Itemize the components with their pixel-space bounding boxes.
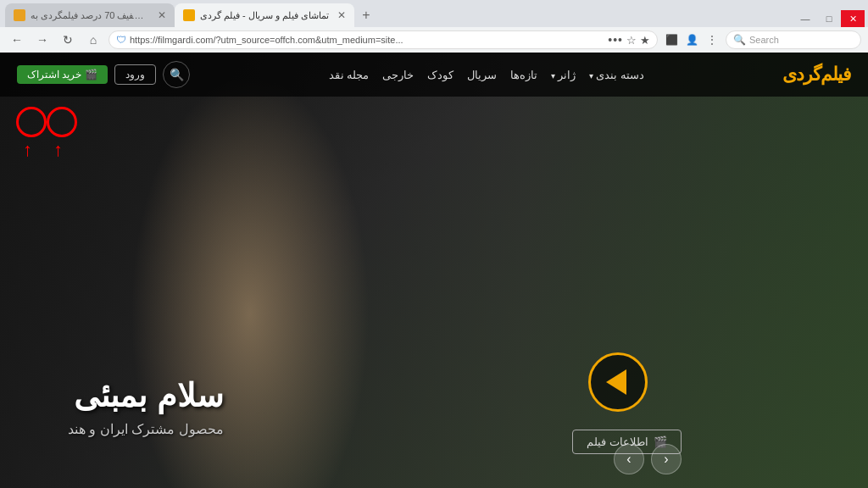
tab1-favicon	[14, 9, 25, 21]
home-button[interactable]: ⌂	[83, 30, 103, 50]
url-text: https://filmgardi.com/?utm_source=offch.…	[130, 35, 604, 45]
subscribe-icon: 🎬	[85, 69, 97, 80]
annotation-circle-login	[16, 107, 47, 137]
nav-categories[interactable]: دسته بندی	[589, 69, 643, 81]
subscribe-label: خرید اشتراک	[27, 69, 81, 80]
maximize-button[interactable]: □	[817, 10, 841, 27]
star-icon[interactable]: ★	[640, 34, 650, 47]
play-icon	[606, 369, 626, 395]
next-button[interactable]: ›	[614, 444, 644, 474]
tab-bar: کد تخفیف 70 درصد فیلمگردی به ✕ تماشای فی…	[0, 0, 868, 27]
header-actions: 🔍 ورود 🎬 خرید اشتراک	[17, 61, 190, 88]
tab-1[interactable]: کد تخفیف 70 درصد فیلمگردی به ✕	[5, 3, 175, 27]
browser-chrome: کد تخفیف 70 درصد فیلمگردی به ✕ تماشای فی…	[0, 0, 868, 53]
prev-button[interactable]: ‹	[651, 444, 682, 474]
tab2-favicon	[183, 9, 195, 21]
address-menu-icon[interactable]: •••	[608, 33, 623, 47]
new-tab-button[interactable]: +	[354, 3, 378, 27]
tab2-label: تماشای فیلم و سریال - فیلم گردی	[200, 10, 329, 21]
address-bar[interactable]: 🛡 https://filmgardi.com/?utm_source=offc…	[108, 30, 658, 49]
tab2-close[interactable]: ✕	[337, 9, 346, 21]
main-nav: دسته بندی ژانر تازه‌ها سریال کودک خارجی …	[190, 69, 782, 81]
annotation-arrow-2: ↑	[53, 139, 63, 161]
browser-toolbar-icons: ⬛ 👤 ⋮	[663, 31, 721, 48]
menu-icon[interactable]: ⋮	[704, 31, 721, 48]
tab-2[interactable]: تماشای فیلم و سریال - فیلم گردی ✕	[175, 3, 354, 27]
hero-title: سلام بمبئی	[68, 377, 224, 414]
search-icon: 🔍	[733, 34, 746, 46]
search-bar[interactable]: 🔍 Search	[726, 30, 861, 49]
hero-content: سلام بمبئی محصول مشترک ایران و هند	[68, 377, 224, 437]
search-input[interactable]: Search	[749, 35, 779, 45]
forward-button[interactable]: →	[32, 30, 53, 50]
carousel-nav: ‹ ›	[614, 444, 682, 474]
nav-foreign[interactable]: خارجی	[382, 69, 414, 81]
nav-genre[interactable]: ژانر	[551, 69, 576, 81]
annotation-arrow-1: ↑	[23, 139, 32, 161]
play-button[interactable]	[588, 352, 648, 412]
profile-icon[interactable]: 👤	[683, 31, 700, 48]
nav-serial[interactable]: سریال	[467, 69, 497, 81]
nav-new[interactable]: تازه‌ها	[510, 69, 537, 81]
site-search-button[interactable]: 🔍	[163, 61, 190, 88]
nav-kids[interactable]: کودک	[427, 69, 453, 81]
back-button[interactable]: ←	[7, 30, 27, 50]
minimize-button[interactable]: —	[793, 10, 817, 27]
site-header: فیلم‌گردی دسته بندی ژانر تازه‌ها سریال ک…	[0, 53, 868, 97]
reload-button[interactable]: ↻	[58, 30, 78, 50]
subscribe-button[interactable]: 🎬 خرید اشتراک	[17, 65, 108, 84]
hero-subtitle: محصول مشترک ایران و هند	[68, 421, 224, 437]
login-button[interactable]: ورود	[114, 64, 156, 85]
bookmark-icon[interactable]: ☆	[626, 34, 637, 47]
nav-bar: ← → ↻ ⌂ 🛡 https://filmgardi.com/?utm_sou…	[0, 27, 868, 53]
close-button[interactable]: ✕	[841, 10, 865, 27]
tab1-close[interactable]: ✕	[158, 9, 166, 21]
site-logo[interactable]: فیلم‌گردی	[782, 64, 851, 86]
tab1-label: کد تخفیف 70 درصد فیلمگردی به	[31, 10, 149, 21]
extensions-icon[interactable]: ⬛	[663, 31, 680, 48]
nav-review[interactable]: مجله نقد	[329, 69, 370, 81]
annotation-circle-subscribe	[47, 107, 77, 137]
website-content: فیلم‌گردی دسته بندی ژانر تازه‌ها سریال ک…	[0, 53, 868, 488]
security-icon: 🛡	[116, 34, 126, 46]
